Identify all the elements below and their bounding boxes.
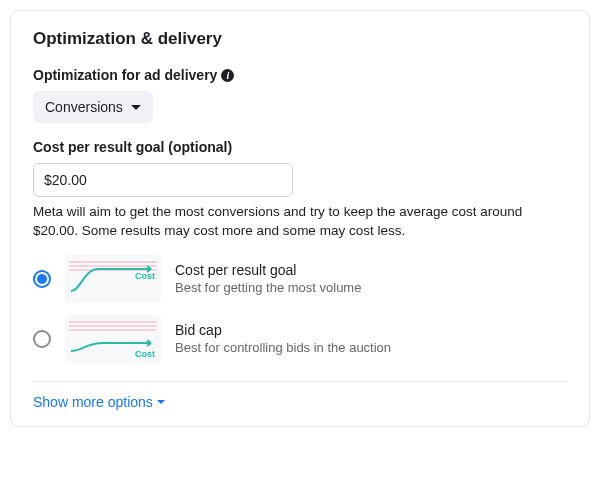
bid-option-cost-per-result[interactable]: Cost Cost per result goal Best for getti…: [33, 255, 567, 303]
bid-option-text: Cost per result goal Best for getting th…: [175, 262, 361, 295]
bid-option-text: Bid cap Best for controlling bids in the…: [175, 322, 391, 355]
cost-goal-helper: Meta will aim to get the most conversion…: [33, 203, 567, 241]
bid-option-bid-cap[interactable]: Cost Bid cap Best for controlling bids i…: [33, 315, 567, 363]
section-title: Optimization & delivery: [33, 29, 567, 49]
optimization-label: Optimization for ad delivery i: [33, 67, 567, 83]
radio-cost-per-result[interactable]: [33, 270, 51, 288]
divider: [33, 381, 567, 382]
thumb-label: Cost: [135, 349, 155, 359]
bid-option-subtitle: Best for getting the most volume: [175, 280, 361, 295]
info-icon[interactable]: i: [221, 69, 234, 82]
bid-option-title: Cost per result goal: [175, 262, 361, 278]
show-more-options[interactable]: Show more options: [33, 394, 165, 410]
bid-option-title: Bid cap: [175, 322, 391, 338]
optimization-dropdown[interactable]: Conversions: [33, 91, 153, 123]
cost-goal-label: Cost per result goal (optional): [33, 139, 567, 155]
thumb-label: Cost: [135, 271, 155, 281]
show-more-label: Show more options: [33, 394, 153, 410]
cost-goal-input[interactable]: [33, 163, 293, 197]
chevron-down-icon: [131, 105, 141, 110]
chevron-down-icon: [157, 400, 165, 404]
thumb-cost-per-result: Cost: [65, 255, 161, 303]
optimization-dropdown-value: Conversions: [45, 99, 123, 115]
bid-option-subtitle: Best for controlling bids in the auction: [175, 340, 391, 355]
radio-bid-cap[interactable]: [33, 330, 51, 348]
optimization-label-text: Optimization for ad delivery: [33, 67, 217, 83]
optimization-delivery-card: Optimization & delivery Optimization for…: [10, 10, 590, 427]
thumb-bid-cap: Cost: [65, 315, 161, 363]
